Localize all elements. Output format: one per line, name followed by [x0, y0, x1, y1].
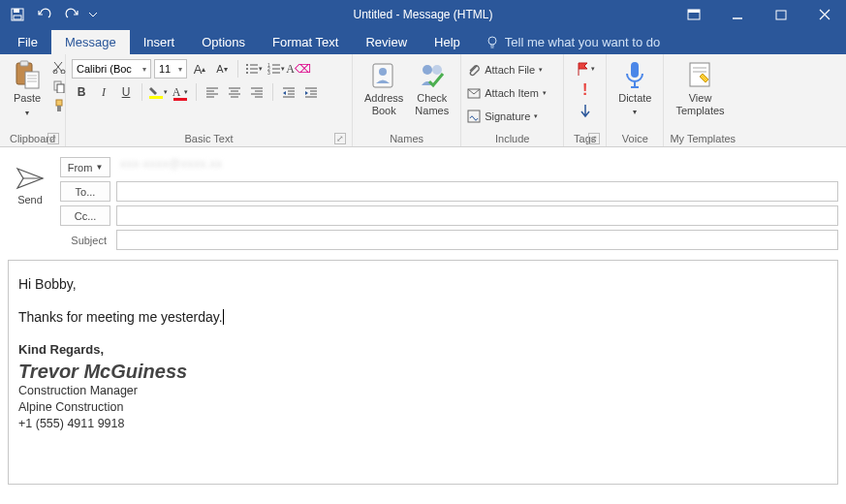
ribbon: Paste ▾ Clipboard⤢ Calibri (Boc▾ 11▾ A▴ … [0, 54, 846, 147]
italic-button[interactable]: I [94, 82, 113, 102]
signature-title: Construction Manager [18, 383, 828, 399]
check-names-button[interactable]: Check Names [409, 57, 454, 117]
svg-rect-60 [468, 110, 480, 122]
flag-icon [576, 61, 591, 77]
group-names: Address Book Check Names Names [353, 54, 461, 146]
group-my-templates: View Templates My Templates [664, 54, 741, 146]
signature-icon [467, 110, 481, 123]
low-importance-button[interactable] [576, 102, 595, 121]
quick-access-toolbar [0, 3, 99, 26]
bold-button[interactable]: B [72, 82, 91, 102]
followup-button[interactable]: ▾ [576, 59, 595, 79]
message-body[interactable]: Hi Bobby, Thanks for meeting me yesterda… [8, 260, 838, 485]
paste-label: Paste [14, 92, 41, 104]
cc-input[interactable] [116, 205, 838, 226]
tab-review[interactable]: Review [352, 30, 421, 54]
ribbon-display-button[interactable] [672, 0, 715, 29]
from-button[interactable]: From▼ [60, 157, 110, 177]
dialog-launcher[interactable]: ⤢ [588, 133, 600, 144]
decrease-indent-button[interactable] [279, 82, 298, 102]
font-color-button[interactable]: A▾ [171, 82, 190, 102]
minimize-button[interactable] [715, 0, 759, 29]
attach-item-icon [467, 86, 481, 100]
shrink-font-button[interactable]: A▾ [212, 59, 232, 79]
from-field: xxx-xxxx@xxxx.xx [116, 157, 838, 177]
subject-input[interactable] [116, 230, 838, 250]
numbering-button[interactable]: 123▾ [266, 59, 286, 79]
subject-label: Subject [60, 235, 110, 246]
window-title: Untitled - Message (HTML) [353, 8, 492, 21]
arrow-down-icon [580, 104, 591, 119]
tab-format-text[interactable]: Format Text [259, 30, 352, 54]
view-templates-button[interactable]: View Templates [670, 57, 730, 117]
close-button[interactable] [802, 0, 846, 29]
group-basic-text: Calibri (Boc▾ 11▾ A▴ A▾ ▾ 123▾ A⌫ B I U … [66, 54, 353, 146]
group-label: Basic Text [185, 133, 234, 144]
align-left-button[interactable] [203, 82, 222, 102]
tab-insert[interactable]: Insert [130, 30, 189, 54]
svg-rect-2 [14, 16, 21, 19]
signature-company: Alpine Construction [18, 399, 828, 416]
ribbon-tabs: File Message Insert Options Format Text … [0, 29, 846, 54]
body-line: Thanks for meeting me yesterday. [18, 309, 828, 325]
tab-message[interactable]: Message [51, 30, 130, 54]
svg-rect-21 [57, 106, 61, 111]
to-button[interactable]: To... [60, 181, 110, 202]
to-input[interactable] [116, 181, 838, 202]
maximize-button[interactable] [759, 0, 802, 29]
svg-point-56 [379, 68, 387, 76]
dialog-launcher[interactable]: ⤢ [334, 133, 346, 144]
grow-font-button[interactable]: A▴ [190, 59, 209, 79]
high-importance-button[interactable]: ! [576, 80, 595, 100]
brush-icon [52, 99, 66, 112]
address-book-icon [368, 59, 399, 90]
bullets-button[interactable]: ▾ [244, 59, 264, 79]
dialog-launcher[interactable]: ⤢ [47, 133, 59, 144]
align-center-button[interactable] [225, 82, 244, 102]
align-right-button[interactable] [247, 82, 266, 102]
tab-options[interactable]: Options [188, 30, 259, 54]
tell-me-search[interactable]: Tell me what you want to do [474, 30, 672, 54]
svg-rect-11 [20, 61, 28, 66]
group-clipboard: Paste ▾ Clipboard⤢ [0, 54, 66, 146]
undo-button[interactable] [33, 3, 56, 26]
signature-name: Trevor McGuiness [18, 361, 828, 383]
templates-icon [685, 59, 716, 90]
tab-file[interactable]: File [4, 30, 51, 54]
group-label: Voice [612, 133, 657, 146]
send-icon [16, 167, 45, 190]
font-size-combo[interactable]: 11▾ [154, 59, 187, 79]
dictate-button[interactable]: Dictate▾ [612, 57, 657, 118]
svg-rect-6 [776, 11, 786, 19]
highlight-button[interactable]: ▾ [148, 82, 168, 102]
address-book-button[interactable]: Address Book [359, 57, 409, 117]
microphone-icon [619, 59, 650, 90]
svg-point-26 [246, 72, 248, 74]
send-button[interactable]: Send [8, 157, 52, 250]
cut-icon [52, 60, 66, 74]
title-bar: Untitled - Message (HTML) [0, 0, 846, 29]
attach-file-button[interactable]: Attach File▾ [467, 59, 543, 80]
svg-point-22 [246, 64, 248, 66]
group-label: Names [359, 133, 454, 146]
svg-rect-62 [690, 63, 709, 86]
group-tags: ▾ ! Tags⤢ [564, 54, 607, 146]
font-combo[interactable]: Calibri (Boc▾ [72, 59, 151, 79]
save-button[interactable] [6, 3, 29, 26]
compose-header: Send From▼ xxx-xxxx@xxxx.xx To... Cc... … [0, 147, 846, 254]
qat-dropdown[interactable] [87, 3, 99, 26]
signature-button[interactable]: Signature▾ [467, 106, 538, 127]
svg-text:3: 3 [267, 70, 270, 76]
clear-formatting-button[interactable]: A⌫ [289, 59, 308, 79]
attach-item-button[interactable]: Attach Item▾ [467, 82, 547, 104]
group-voice: Dictate▾ Voice [607, 54, 664, 146]
body-greeting: Hi Bobby, [18, 276, 828, 292]
paste-button[interactable]: Paste ▾ [6, 57, 48, 119]
cc-button[interactable]: Cc... [60, 205, 110, 226]
increase-indent-button[interactable] [301, 82, 321, 102]
window-controls [672, 0, 846, 29]
tab-help[interactable]: Help [421, 30, 474, 54]
redo-button[interactable] [60, 3, 83, 26]
underline-button[interactable]: U [116, 82, 136, 102]
svg-rect-20 [56, 100, 62, 106]
